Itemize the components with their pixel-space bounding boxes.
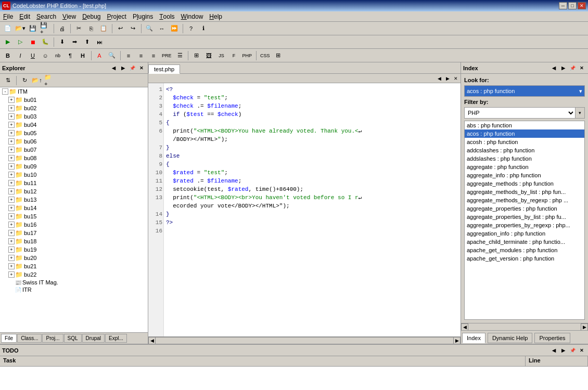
tree-item-4[interactable]: +📁bu05 <box>0 129 148 137</box>
idx-tab-properties[interactable]: Properties <box>534 333 570 343</box>
tree-expand-20[interactable]: + <box>8 263 15 269</box>
italic-button[interactable]: I <box>15 50 26 61</box>
save-button[interactable]: 💾 <box>27 23 39 34</box>
search-icon[interactable]: 🔍 <box>106 50 118 61</box>
align-center-button[interactable]: ≡ <box>135 50 147 61</box>
index-list-item-12[interactable]: aggregate_properties_by_regexp : php... <box>465 221 584 229</box>
explorer-pin[interactable]: 📌 <box>128 64 136 72</box>
index-list-item-11[interactable]: aggregate_properties_by_list : php fu... <box>465 213 584 221</box>
tree-item-root[interactable]: - 📁 ITM <box>0 87 148 96</box>
menu-project[interactable]: Project <box>104 11 130 21</box>
tree-expand-19[interactable]: + <box>8 255 15 261</box>
run-button[interactable]: ▶ <box>2 36 14 48</box>
tree-item-21[interactable]: +📁bu22 <box>0 270 148 279</box>
copy-button[interactable]: ⎘ <box>85 23 97 34</box>
editor-tab-testphp[interactable]: test.php <box>148 64 180 74</box>
menu-help[interactable]: Help <box>206 11 225 21</box>
explorer-close[interactable]: ✕ <box>137 64 146 72</box>
undo-button[interactable]: ↩ <box>114 23 126 34</box>
tree-item-17[interactable]: +📁bu18 <box>0 237 148 245</box>
filter-by-select[interactable]: PHP HTML CSS JavaScript <box>465 108 575 118</box>
expl-tab-file[interactable]: File <box>1 334 17 343</box>
editor-close[interactable]: ✕ <box>452 75 459 82</box>
index-scroll-left[interactable]: ◀ <box>461 323 468 331</box>
step-over-button[interactable]: ➡ <box>69 36 80 48</box>
code-editor[interactable]: 12345678910111213141516 <? $check = "tes… <box>148 83 461 336</box>
pre-button[interactable]: PRE <box>160 50 173 61</box>
step-into-button[interactable]: ⬇ <box>56 36 68 48</box>
menu-view[interactable]: View <box>59 11 79 21</box>
index-horizontal-scroll[interactable]: ◀ ▶ <box>461 323 588 330</box>
index-nav-left[interactable]: ◀ <box>549 64 558 72</box>
tree-item-10[interactable]: +📁bu11 <box>0 179 148 187</box>
index-list-item-7[interactable]: aggregate_methods : php function <box>465 179 584 188</box>
about-button[interactable]: ℹ <box>198 23 209 34</box>
tree-expand-18[interactable]: + <box>8 246 15 253</box>
tree-expand-root[interactable]: - <box>2 88 8 95</box>
continue-button[interactable]: ⏭ <box>94 36 105 48</box>
tree-expand-2[interactable]: + <box>8 113 15 120</box>
paste-button[interactable]: 📋 <box>98 23 109 34</box>
index-list-item-6[interactable]: aggregate_info : php function <box>465 171 584 179</box>
nb-button[interactable]: nb <box>52 50 63 61</box>
tree-item-9[interactable]: +📁bu10 <box>0 171 148 179</box>
tree-item-16[interactable]: +📁bu17 <box>0 229 148 237</box>
tree-item-2[interactable]: +📁bu03 <box>0 112 148 121</box>
scroll-right-button[interactable]: ▶ <box>453 337 461 344</box>
index-pin[interactable]: 📌 <box>568 64 577 72</box>
index-list-item-9[interactable]: aggregate_methods_by_regexp : php ... <box>465 196 584 204</box>
explorer-nav-left[interactable]: ◀ <box>109 64 118 72</box>
sort-button[interactable]: ⇅ <box>2 75 14 86</box>
scroll-left-button[interactable]: ◀ <box>148 337 156 344</box>
tree-item-12[interactable]: +📁bu13 <box>0 196 148 204</box>
index-list-item-2[interactable]: acosh : php function <box>465 138 584 146</box>
save-all-button[interactable]: 💾+ <box>40 23 51 34</box>
find-next-button[interactable]: ⏩ <box>169 23 180 34</box>
tree-expand-23[interactable] <box>8 287 15 293</box>
horizontal-scrollbar[interactable]: ◀ ▶ <box>148 336 461 344</box>
look-for-input[interactable]: acos : php function ▾ <box>464 85 585 97</box>
php-button[interactable]: PHP <box>241 50 254 61</box>
idx-tab-dynamic-help[interactable]: Dynamic Help <box>488 333 532 343</box>
expl-tab-proj[interactable]: Proj... <box>42 334 63 343</box>
close-button[interactable]: ✕ <box>578 2 586 9</box>
menu-file[interactable]: File <box>0 11 16 21</box>
tree-expand-3[interactable]: + <box>8 122 15 128</box>
tree-item-5[interactable]: +📁bu06 <box>0 137 148 146</box>
css-button[interactable]: CSS <box>259 50 272 61</box>
code-content[interactable]: <? $check = "test"; $check .= $filename;… <box>164 83 461 336</box>
menu-tools[interactable]: Tools <box>156 11 177 21</box>
smiley-button[interactable]: ☺ <box>40 50 51 61</box>
index-list-item-13[interactable]: aggregation_info : php function <box>465 229 584 238</box>
tree-expand-22[interactable] <box>8 279 15 285</box>
tree-expand-6[interactable]: + <box>8 147 15 153</box>
tree-expand-10[interactable]: + <box>8 180 15 186</box>
filter-by-arrow[interactable]: ▾ <box>575 108 584 118</box>
heading-button[interactable]: H <box>77 50 88 61</box>
expl-tab-class[interactable]: Class... <box>17 334 42 343</box>
find-button[interactable]: 🔍 <box>144 23 155 34</box>
todo-close[interactable]: ✕ <box>578 346 586 355</box>
todo-content[interactable] <box>0 367 588 390</box>
tree-item-15[interactable]: +📁bu16 <box>0 220 148 229</box>
new-folder-button[interactable]: 📁+ <box>44 75 55 86</box>
index-nav-right[interactable]: ▶ <box>559 64 567 72</box>
index-list-item-4[interactable]: addslashes : php function <box>465 154 584 163</box>
pilcrow-button[interactable]: ¶ <box>65 50 76 61</box>
extra-button[interactable]: ⊞ <box>273 50 284 61</box>
index-list-item-1[interactable]: acos : php function <box>465 129 584 138</box>
editor-nav-next[interactable]: ▶ <box>444 75 451 82</box>
menu-plugins[interactable]: Plugins <box>130 11 156 21</box>
tree-expand-11[interactable]: + <box>8 188 15 194</box>
explorer-tree[interactable]: - 📁 ITM +📁bu01+📁bu02+📁bu03+📁bu04+📁bu05+📁… <box>0 87 148 332</box>
index-list-item-15[interactable]: apache_get_modules : php function <box>465 246 584 254</box>
index-list-item-5[interactable]: aggregate : php function <box>465 163 584 171</box>
maximize-button[interactable]: □ <box>568 2 577 9</box>
index-list-item-8[interactable]: aggregate_methods_by_list : php fun... <box>465 188 584 196</box>
minimize-button[interactable]: ─ <box>559 2 567 9</box>
tree-item-0[interactable]: +📁bu01 <box>0 96 148 104</box>
tree-expand-4[interactable]: + <box>8 130 15 136</box>
editor-nav-prev[interactable]: ◀ <box>436 75 443 82</box>
print-button[interactable]: 🖨 <box>56 23 68 34</box>
align-right-button[interactable]: ≡ <box>148 50 159 61</box>
